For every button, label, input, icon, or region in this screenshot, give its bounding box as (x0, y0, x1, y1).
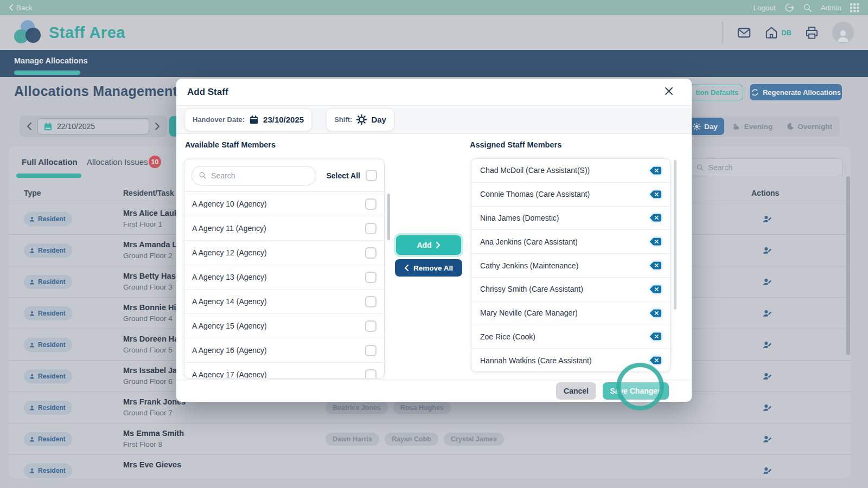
search-icon (199, 171, 207, 180)
available-staff-card: Select All A Agency 10 (Agency) A Agency… (184, 159, 385, 378)
remove-staff-icon[interactable] (649, 190, 661, 198)
assigned-staff-row: Zoe Rice (Cook) (471, 325, 670, 349)
staff-member-name: Chad McDoil (Care Assistant(S)) (480, 166, 590, 175)
staff-member-name: A Agency 16 (Agency) (192, 346, 267, 355)
available-staff-row[interactable]: A Agency 11 (Agency) (184, 216, 384, 241)
available-staff-row[interactable]: A Agency 12 (Agency) (184, 241, 384, 265)
assigned-staff-list: Chad McDoil (Care Assistant(S)) Connie T… (471, 159, 670, 372)
available-staff-row[interactable]: A Agency 17 (Agency) (184, 363, 384, 378)
staff-member-name: Cathy Jenkins (Maintenance) (480, 261, 578, 270)
available-staff-row[interactable]: A Agency 16 (Agency) (184, 338, 384, 363)
add-staff-modal: Add Staff Handover Date: 23/10/2025 Shif… (176, 79, 692, 402)
staff-member-name: A Agency 14 (Agency) (192, 297, 267, 306)
save-changes-button[interactable]: Save Changes (603, 382, 669, 400)
available-staff-row[interactable]: A Agency 10 (Agency) (184, 192, 384, 216)
staff-member-name: A Agency 12 (Agency) (192, 248, 267, 257)
staff-member-name: A Agency 10 (Agency) (192, 200, 267, 208)
modal-header: Add Staff (176, 79, 692, 106)
assigned-staff-row: Connie Thomas (Care Assistant) (471, 183, 670, 207)
staff-search (192, 166, 316, 185)
add-button[interactable]: Add (396, 235, 461, 255)
staff-member-name: Nina James (Domestic) (480, 214, 559, 222)
staff-member-name: Ana Jenkins (Care Assistant) (480, 237, 578, 246)
assigned-list-scrollbar[interactable] (674, 160, 676, 310)
select-all-checkbox[interactable] (366, 170, 377, 181)
staff-member-name: A Agency 11 (Agency) (192, 224, 266, 233)
available-staff-list: A Agency 10 (Agency) A Agency 11 (Agency… (184, 192, 384, 378)
gear-sun-icon (356, 114, 367, 125)
handover-date-label: Handover Date: (193, 115, 245, 124)
remove-staff-icon[interactable] (649, 214, 661, 222)
staff-checkbox[interactable] (365, 369, 376, 379)
staff-checkbox[interactable] (365, 198, 376, 210)
staff-member-name: Hannah Watkins (Care Assistant) (480, 356, 592, 365)
shift-card[interactable]: Shift: Day (327, 109, 394, 131)
calendar-icon (249, 115, 259, 125)
assigned-staff-row: Chad McDoil (Care Assistant(S)) (471, 159, 670, 183)
handover-date-card[interactable]: Handover Date: 23/10/2025 (185, 109, 311, 131)
staff-member-name: A Agency 17 (Agency) (192, 370, 267, 378)
assigned-staff-card: Chad McDoil (Care Assistant(S)) Connie T… (471, 158, 671, 372)
remove-staff-icon[interactable] (649, 166, 661, 175)
remove-staff-icon[interactable] (649, 285, 661, 293)
staff-area-app: Back Logout Admin Staff Area DB (0, 0, 868, 488)
remove-staff-icon[interactable] (649, 261, 661, 269)
cancel-button[interactable]: Cancel (556, 382, 596, 400)
staff-member-name: A Agency 15 (Agency) (192, 322, 267, 330)
staff-member-name: Mary Neville (Care Manager) (480, 309, 578, 317)
remove-staff-icon[interactable] (649, 237, 661, 246)
staff-member-name: Zoe Rice (Cook) (480, 332, 535, 341)
chevron-left-icon (404, 265, 409, 271)
remove-staff-icon[interactable] (649, 309, 661, 317)
assigned-staff-row: Chrissy Smith (Care Assistant) (471, 278, 670, 301)
staff-search-input[interactable] (211, 171, 309, 180)
staff-member-name: Chrissy Smith (Care Assistant) (480, 285, 583, 293)
close-icon[interactable] (665, 87, 673, 95)
available-staff-row[interactable]: A Agency 15 (Agency) (184, 314, 384, 338)
chevron-right-icon (436, 242, 441, 248)
available-staff-row[interactable]: A Agency 14 (Agency) (184, 290, 384, 314)
staff-member-name: A Agency 13 (Agency) (192, 273, 267, 281)
remove-all-button[interactable]: Remove All (395, 259, 462, 277)
remove-staff-icon[interactable] (649, 332, 661, 341)
staff-checkbox[interactable] (365, 223, 376, 234)
staff-checkbox[interactable] (365, 320, 376, 332)
remove-staff-icon[interactable] (649, 356, 661, 364)
assigned-staff-row: Nina James (Domestic) (471, 207, 670, 230)
staff-checkbox[interactable] (365, 247, 376, 259)
assigned-staff-heading: Assigned Staff Members (470, 140, 561, 149)
shift-value: Day (371, 115, 386, 124)
available-list-scrollbar[interactable] (387, 194, 390, 240)
assigned-staff-row: Hannah Watkins (Care Assistant) (471, 349, 670, 372)
staff-member-name: Connie Thomas (Care Assistant) (480, 190, 590, 198)
assigned-staff-row: Cathy Jenkins (Maintenance) (471, 254, 670, 278)
staff-checkbox[interactable] (365, 345, 376, 356)
staff-checkbox[interactable] (365, 272, 376, 283)
modal-footer: Cancel Save Changes (176, 380, 692, 402)
available-staff-heading: Available Staff Members (185, 140, 276, 149)
available-search-row: Select All (184, 159, 384, 192)
remove-all-label: Remove All (413, 264, 453, 272)
assigned-staff-row: Ana Jenkins (Care Assistant) (471, 230, 670, 254)
modal-title: Add Staff (187, 87, 228, 98)
shift-label: Shift: (334, 115, 352, 124)
add-button-label: Add (417, 241, 431, 249)
handover-date-value: 23/10/2025 (263, 115, 304, 124)
available-staff-row[interactable]: A Agency 13 (Agency) (184, 265, 384, 290)
assigned-staff-row: Mary Neville (Care Manager) (471, 301, 670, 325)
staff-checkbox[interactable] (365, 296, 376, 307)
select-all-label: Select All (326, 171, 360, 180)
modal-context-bar: Handover Date: 23/10/2025 Shift: Day (176, 106, 692, 134)
